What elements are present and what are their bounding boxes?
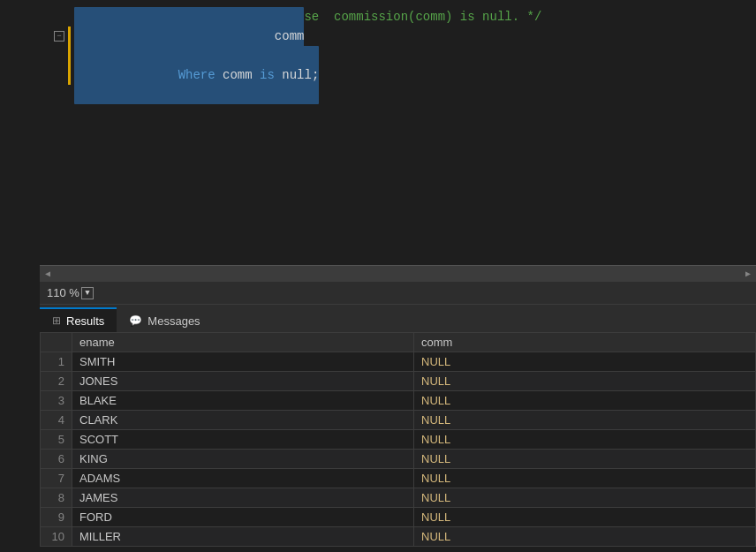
table-row: 4CLARKNULL [41,411,756,430]
table-row: 6KINGNULL [41,450,756,469]
editor-scrollbar[interactable]: ◀ ▶ [40,265,756,281]
gutter: − [40,7,68,258]
editor-area: − /* Display those employees whose commi… [40,0,756,265]
row-number: 9 [41,508,72,527]
cell-ename: SCOTT [72,430,414,450]
messages-icon: 💬 [129,314,142,327]
col-comm-header: comm [414,333,756,352]
cell-ename: BLAKE [72,391,414,411]
zoom-level: 110 % [47,286,79,299]
cell-ename: SMITH [72,352,414,372]
left-sidebar [0,0,40,552]
results-table: ename comm 1SMITHNULL2JONESNULL3BLAKENUL… [40,332,756,547]
row-number: 6 [41,450,72,469]
cell-comm: NULL [414,411,756,430]
yellow-indicator-bar [68,26,71,85]
row-number: 8 [41,488,72,508]
cell-comm: NULL [414,372,756,391]
results-tab-label: Results [66,314,104,328]
row-number: 5 [41,430,72,450]
cell-ename: CLARK [72,411,414,430]
row-number: 1 [41,352,72,372]
cell-comm: NULL [414,391,756,411]
fold-marker[interactable]: − [54,31,64,42]
cell-comm: NULL [414,469,756,488]
cell-ename: FORD [72,508,414,527]
zoom-dropdown[interactable]: ▼ [81,287,94,299]
zoom-bar: 110 % ▼ [40,281,756,304]
code-lines: /* Display those employees whose commiss… [74,7,756,258]
cell-ename: MILLER [72,527,414,547]
cell-comm: NULL [414,488,756,508]
keyword-where: Where [178,68,223,82]
cell-ename: JAMES [72,488,414,508]
table-row: 8JAMESNULL [41,488,756,508]
main-content: − /* Display those employees whose commi… [40,0,756,552]
row-number: 7 [41,469,72,488]
cell-comm: NULL [414,352,756,372]
where-line: Where comm is null; [74,65,756,85]
row-number: 3 [41,391,72,411]
table-row: 1SMITHNULL [41,352,756,372]
row-number: 4 [41,411,72,430]
table-row: 10MILLERNULL [41,527,756,547]
cell-ename: KING [72,450,414,469]
row-number: 2 [41,372,72,391]
table-row: 7ADAMSNULL [41,469,756,488]
col-ename-header: ename [72,333,414,352]
tab-messages[interactable]: 💬 Messages [117,307,212,332]
cell-comm: NULL [414,430,756,450]
code-comm: comm [223,68,260,82]
results-tabs: ⊞ Results 💬 Messages [40,304,756,332]
scroll-arrow-left[interactable]: ◀ [40,266,56,282]
keyword-is: is [260,68,282,82]
scroll-arrow-right[interactable]: ▶ [740,266,756,282]
cell-ename: ADAMS [72,469,414,488]
row-number: 10 [41,527,72,547]
cell-ename: JONES [72,372,414,391]
table-row: 9FORDNULL [41,508,756,527]
table-row: 5SCOTTNULL [41,430,756,450]
keyword-null: null; [282,68,319,82]
tab-results[interactable]: ⊞ Results [40,307,117,332]
cell-comm: NULL [414,508,756,527]
table-row: 3BLAKENULL [41,391,756,411]
messages-tab-label: Messages [147,314,200,328]
cell-comm: NULL [414,527,756,547]
results-grid-icon: ⊞ [52,314,61,327]
table-row: 2JONESNULL [41,372,756,391]
results-area: ename comm 1SMITHNULL2JONESNULL3BLAKENUL… [40,332,756,552]
cell-comm: NULL [414,450,756,469]
scroll-track[interactable] [56,266,740,281]
row-num-header [41,333,72,352]
